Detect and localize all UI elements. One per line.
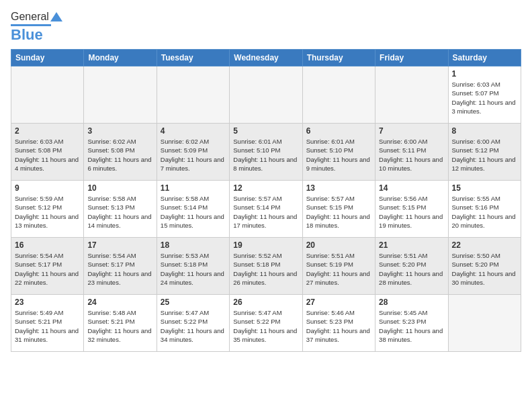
- day-info: Sunrise: 6:02 AMSunset: 5:09 PMDaylight:…: [161, 137, 226, 173]
- day-info: Sunrise: 5:51 AMSunset: 5:20 PMDaylight:…: [379, 251, 444, 287]
- day-number: 22: [452, 240, 517, 250]
- calendar-week-row: 23Sunrise: 5:49 AMSunset: 5:21 PMDayligh…: [11, 295, 521, 352]
- day-info: Sunrise: 6:00 AMSunset: 5:12 PMDaylight:…: [452, 137, 517, 173]
- calendar-day-cell: [11, 66, 84, 124]
- day-info: Sunrise: 5:59 AMSunset: 5:12 PMDaylight:…: [15, 194, 80, 230]
- calendar-day-cell: 7Sunrise: 6:00 AMSunset: 5:11 PMDaylight…: [375, 124, 448, 181]
- day-number: 6: [306, 126, 371, 136]
- calendar-day-cell: 19Sunrise: 5:52 AMSunset: 5:18 PMDayligh…: [230, 238, 302, 295]
- day-number: 9: [15, 183, 80, 193]
- day-number: 16: [15, 240, 80, 250]
- calendar-day-cell: 2Sunrise: 6:03 AMSunset: 5:08 PMDaylight…: [11, 124, 84, 181]
- day-number: 11: [161, 183, 226, 193]
- calendar-week-row: 2Sunrise: 6:03 AMSunset: 5:08 PMDaylight…: [11, 124, 521, 181]
- calendar-table: SundayMondayTuesdayWednesdayThursdayFrid…: [11, 49, 521, 352]
- calendar-day-cell: 6Sunrise: 6:01 AMSunset: 5:10 PMDaylight…: [302, 124, 375, 181]
- calendar-day-cell: 5Sunrise: 6:01 AMSunset: 5:10 PMDaylight…: [230, 124, 302, 181]
- calendar-header-saturday: Saturday: [448, 50, 521, 66]
- calendar-day-cell: 26Sunrise: 5:47 AMSunset: 5:22 PMDayligh…: [230, 295, 302, 352]
- calendar-day-cell: 18Sunrise: 5:53 AMSunset: 5:18 PMDayligh…: [157, 238, 229, 295]
- calendar-day-cell: 20Sunrise: 5:51 AMSunset: 5:19 PMDayligh…: [302, 238, 375, 295]
- calendar-day-cell: 17Sunrise: 5:54 AMSunset: 5:17 PMDayligh…: [84, 238, 157, 295]
- day-number: 23: [15, 298, 80, 307]
- day-info: Sunrise: 5:47 AMSunset: 5:22 PMDaylight:…: [233, 308, 298, 344]
- day-number: 15: [452, 183, 517, 193]
- day-info: Sunrise: 5:54 AMSunset: 5:17 PMDaylight:…: [15, 251, 80, 287]
- calendar-day-cell: 11Sunrise: 5:58 AMSunset: 5:14 PMDayligh…: [157, 181, 229, 238]
- day-info: Sunrise: 5:46 AMSunset: 5:23 PMDaylight:…: [306, 308, 371, 344]
- day-number: 14: [379, 183, 444, 193]
- calendar-day-cell: 8Sunrise: 6:00 AMSunset: 5:12 PMDaylight…: [448, 124, 521, 181]
- day-number: 27: [306, 298, 371, 307]
- calendar-header-wednesday: Wednesday: [230, 50, 302, 66]
- calendar-day-cell: 21Sunrise: 5:51 AMSunset: 5:20 PMDayligh…: [375, 238, 448, 295]
- day-number: 18: [161, 240, 226, 250]
- calendar-day-cell: 9Sunrise: 5:59 AMSunset: 5:12 PMDaylight…: [11, 181, 84, 238]
- day-info: Sunrise: 5:49 AMSunset: 5:21 PMDaylight:…: [15, 308, 80, 344]
- day-number: 3: [87, 126, 152, 136]
- calendar-day-cell: [230, 66, 302, 124]
- day-number: 13: [306, 183, 371, 193]
- day-info: Sunrise: 5:57 AMSunset: 5:15 PMDaylight:…: [306, 194, 371, 230]
- calendar-day-cell: [157, 66, 229, 124]
- logo-blue-text: Blue: [11, 26, 43, 44]
- calendar-header-friday: Friday: [375, 50, 448, 66]
- page-header: General Blue: [11, 11, 521, 44]
- calendar-day-cell: 15Sunrise: 5:55 AMSunset: 5:16 PMDayligh…: [448, 181, 521, 238]
- day-number: 8: [452, 126, 517, 136]
- day-info: Sunrise: 6:01 AMSunset: 5:10 PMDaylight:…: [233, 137, 298, 173]
- calendar-day-cell: [375, 66, 448, 124]
- day-number: 25: [161, 298, 226, 307]
- calendar-day-cell: 3Sunrise: 6:02 AMSunset: 5:08 PMDaylight…: [84, 124, 157, 181]
- day-number: 20: [306, 240, 371, 250]
- day-number: 19: [233, 240, 298, 250]
- day-number: 5: [233, 126, 298, 136]
- day-info: Sunrise: 5:54 AMSunset: 5:17 PMDaylight:…: [87, 251, 152, 287]
- calendar-day-cell: 12Sunrise: 5:57 AMSunset: 5:14 PMDayligh…: [230, 181, 302, 238]
- logo-general-text: General: [11, 11, 49, 23]
- day-number: 26: [233, 298, 298, 307]
- logo: General Blue: [11, 11, 62, 44]
- day-info: Sunrise: 6:01 AMSunset: 5:10 PMDaylight:…: [306, 137, 371, 173]
- calendar-header-thursday: Thursday: [302, 50, 375, 66]
- calendar-day-cell: 28Sunrise: 5:45 AMSunset: 5:23 PMDayligh…: [375, 295, 448, 352]
- calendar-day-cell: [302, 66, 375, 124]
- calendar-day-cell: 27Sunrise: 5:46 AMSunset: 5:23 PMDayligh…: [302, 295, 375, 352]
- calendar-day-cell: 23Sunrise: 5:49 AMSunset: 5:21 PMDayligh…: [11, 295, 84, 352]
- logo-triangle-icon: [50, 11, 62, 23]
- calendar-day-cell: 16Sunrise: 5:54 AMSunset: 5:17 PMDayligh…: [11, 238, 84, 295]
- calendar-header-tuesday: Tuesday: [157, 50, 229, 66]
- day-info: Sunrise: 5:53 AMSunset: 5:18 PMDaylight:…: [161, 251, 226, 287]
- day-info: Sunrise: 5:57 AMSunset: 5:14 PMDaylight:…: [233, 194, 298, 230]
- calendar-day-cell: 25Sunrise: 5:47 AMSunset: 5:22 PMDayligh…: [157, 295, 229, 352]
- day-info: Sunrise: 6:03 AMSunset: 5:07 PMDaylight:…: [452, 80, 517, 116]
- day-info: Sunrise: 6:00 AMSunset: 5:11 PMDaylight:…: [379, 137, 444, 173]
- day-number: 10: [87, 183, 152, 193]
- calendar-week-row: 1Sunrise: 6:03 AMSunset: 5:07 PMDaylight…: [11, 66, 521, 124]
- day-number: 1: [452, 69, 517, 79]
- day-info: Sunrise: 5:45 AMSunset: 5:23 PMDaylight:…: [379, 308, 444, 344]
- calendar-day-cell: 13Sunrise: 5:57 AMSunset: 5:15 PMDayligh…: [302, 181, 375, 238]
- day-info: Sunrise: 5:58 AMSunset: 5:14 PMDaylight:…: [161, 194, 226, 230]
- calendar-week-row: 9Sunrise: 5:59 AMSunset: 5:12 PMDaylight…: [11, 181, 521, 238]
- calendar-day-cell: 22Sunrise: 5:50 AMSunset: 5:20 PMDayligh…: [448, 238, 521, 295]
- day-info: Sunrise: 5:52 AMSunset: 5:18 PMDaylight:…: [233, 251, 298, 287]
- calendar-header-sunday: Sunday: [11, 50, 84, 66]
- day-number: 21: [379, 240, 444, 250]
- day-number: 7: [379, 126, 444, 136]
- calendar-day-cell: 24Sunrise: 5:48 AMSunset: 5:21 PMDayligh…: [84, 295, 157, 352]
- day-info: Sunrise: 5:56 AMSunset: 5:15 PMDaylight:…: [379, 194, 444, 230]
- calendar-week-row: 16Sunrise: 5:54 AMSunset: 5:17 PMDayligh…: [11, 238, 521, 295]
- day-number: 4: [161, 126, 226, 136]
- svg-marker-0: [50, 12, 62, 21]
- day-number: 2: [15, 126, 80, 136]
- calendar-day-cell: [448, 295, 521, 352]
- day-number: 17: [87, 240, 152, 250]
- day-number: 28: [379, 298, 444, 307]
- day-info: Sunrise: 5:58 AMSunset: 5:13 PMDaylight:…: [87, 194, 152, 230]
- calendar-day-cell: [84, 66, 157, 124]
- calendar-day-cell: 1Sunrise: 6:03 AMSunset: 5:07 PMDaylight…: [448, 66, 521, 124]
- day-number: 12: [233, 183, 298, 193]
- day-info: Sunrise: 5:55 AMSunset: 5:16 PMDaylight:…: [452, 194, 517, 230]
- day-info: Sunrise: 5:50 AMSunset: 5:20 PMDaylight:…: [452, 251, 517, 287]
